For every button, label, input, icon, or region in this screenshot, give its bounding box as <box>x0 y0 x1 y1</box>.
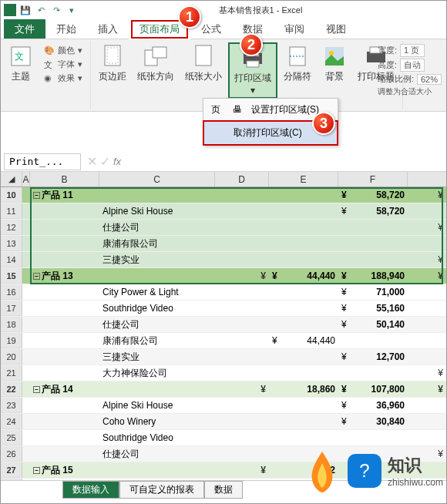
table-row[interactable]: 13康浦有限公司 <box>1 236 446 252</box>
table-row[interactable]: 11Alpine Ski House¥58,720 <box>1 203 446 220</box>
table-row[interactable]: 14三捷实业¥ <box>1 252 446 268</box>
row-header[interactable]: 23 <box>1 398 22 413</box>
table-row[interactable]: 18仕捷公司¥50,140 <box>1 317 446 333</box>
page-label: 页 <box>211 103 227 116</box>
column-headers: ◢ A B C D E F <box>1 172 446 187</box>
name-box[interactable]: Print_... <box>4 153 81 170</box>
tab-review[interactable]: 审阅 <box>274 19 315 39</box>
window-title: 基本销售报表1 - Excel <box>78 5 443 16</box>
cancel-icon[interactable]: ✕ <box>87 154 97 169</box>
table-row[interactable]: 22−产品 14¥18,860¥107,800¥ <box>1 381 446 398</box>
tab-view[interactable]: 视图 <box>315 19 357 39</box>
row-header[interactable]: 18 <box>1 317 22 332</box>
formula-bar-row: Print_... ✕ ✓ fx <box>1 152 446 172</box>
sheet-tab-2[interactable]: 可自定义的报表 <box>119 481 204 499</box>
worksheet-grid[interactable]: ◢ A B C D E F 10−产品 11¥58,720¥11Alpine S… <box>1 172 446 495</box>
svg-rect-6 <box>196 45 211 66</box>
table-row[interactable]: 24Coho Winery¥30,840 <box>1 414 446 430</box>
themes-button[interactable]: 文 主题 <box>4 42 38 86</box>
table-row[interactable]: 21大力神保险公司¥ <box>1 365 446 381</box>
size-button[interactable]: 纸张大小 <box>180 42 227 99</box>
flame-icon <box>303 448 341 494</box>
outline-toggle[interactable]: − <box>33 386 40 393</box>
row-header[interactable]: 26 <box>1 446 22 462</box>
col-e[interactable]: E <box>269 172 338 186</box>
chevron-down-icon: ▾ <box>250 85 255 96</box>
outline-toggle[interactable]: − <box>33 273 40 280</box>
qat-dropdown-icon[interactable]: ▾ <box>66 4 78 16</box>
orientation-button[interactable]: 纸张方向 <box>133 42 179 99</box>
tab-home[interactable]: 开始 <box>45 19 87 39</box>
brand-url: zhishiwu.com <box>388 477 443 488</box>
row-header[interactable]: 12 <box>1 220 22 235</box>
table-row[interactable]: 10−产品 11¥58,720¥ <box>1 187 446 203</box>
quick-access-toolbar: 💾 ↶ ↷ ▾ <box>19 4 78 16</box>
svg-text:文: 文 <box>15 51 24 62</box>
row-header[interactable]: 22 <box>1 381 22 397</box>
svg-rect-5 <box>153 47 166 58</box>
col-a[interactable]: A <box>22 172 30 186</box>
select-all[interactable]: ◢ <box>1 172 22 186</box>
col-c[interactable]: C <box>99 172 215 186</box>
breaks-button[interactable]: 分隔符 <box>279 42 316 99</box>
fit-label: 调整为合适大小 <box>378 86 432 97</box>
row-header[interactable]: 13 <box>1 236 22 251</box>
margins-button[interactable]: 页边距 <box>94 42 131 99</box>
scale-group: 宽度:1 页 高度:自动 缩放比例:62% 调整为合适大小 <box>378 44 442 97</box>
table-row[interactable]: 20三捷实业¥12,700 <box>1 349 446 365</box>
table-row[interactable]: 17Southridge Video¥55,160 <box>1 301 446 317</box>
row-header[interactable]: 24 <box>1 414 22 429</box>
title-bar: 💾 ↶ ↷ ▾ 基本销售报表1 - Excel <box>1 1 446 19</box>
row-header[interactable]: 20 <box>1 349 22 365</box>
excel-icon <box>4 4 16 16</box>
col-d[interactable]: D <box>215 172 269 186</box>
row-header[interactable]: 27 <box>1 462 22 478</box>
col-f[interactable]: F <box>338 172 408 186</box>
table-row[interactable]: 19康浦有限公司¥44,440 <box>1 333 446 349</box>
row-header[interactable]: 10 <box>1 187 22 203</box>
row-header[interactable]: 25 <box>1 430 22 445</box>
callout-1: 1 <box>178 5 201 29</box>
outline-toggle[interactable]: − <box>33 467 40 474</box>
table-row[interactable]: 16City Power & Light¥71,000 <box>1 284 446 301</box>
sheet-tab-3[interactable]: 数据 <box>204 481 243 499</box>
redo-icon[interactable]: ↷ <box>50 4 62 16</box>
callout-2: 2 <box>240 33 263 56</box>
save-icon[interactable]: 💾 <box>19 4 32 16</box>
background-button[interactable]: 背景 <box>318 42 351 99</box>
tab-file[interactable]: 文件 <box>4 19 45 39</box>
fx-icon[interactable]: fx <box>113 156 121 167</box>
outline-toggle[interactable]: − <box>33 192 40 199</box>
row-header[interactable]: 14 <box>1 252 22 267</box>
table-row[interactable]: 25Southridge Video <box>1 430 446 446</box>
themes-label: 主题 <box>12 70 30 83</box>
tab-insert[interactable]: 插入 <box>87 19 129 39</box>
row-header[interactable]: 11 <box>1 203 22 219</box>
undo-icon[interactable]: ↶ <box>35 4 47 16</box>
width-select[interactable]: 1 页 <box>400 44 425 57</box>
svg-rect-9 <box>247 61 259 67</box>
height-select[interactable]: 自动 <box>400 59 425 72</box>
ribbon-tabs: 文件 开始 插入 页面布局 公式 数据 审阅 视图 <box>1 19 446 39</box>
row-header[interactable]: 17 <box>1 301 22 316</box>
col-b[interactable]: B <box>30 172 99 186</box>
table-row[interactable]: 12仕捷公司¥ <box>1 220 446 236</box>
table-row[interactable]: 23Alpine Ski House¥36,960 <box>1 398 446 414</box>
printer-icon: 🖶 <box>233 104 245 116</box>
row-header[interactable]: 15 <box>1 268 22 284</box>
sheet-tab-1[interactable]: 数据输入 <box>62 481 119 499</box>
brand-text: 知识 <box>388 454 443 477</box>
row-header[interactable]: 21 <box>1 365 22 381</box>
table-row[interactable]: 15−产品 13¥¥44,440¥188,940¥ <box>1 268 446 284</box>
watermark: ? 知识 zhishiwu.com <box>303 448 443 494</box>
row-header[interactable]: 16 <box>1 284 22 300</box>
row-header[interactable]: 19 <box>1 333 22 348</box>
group-themes: 文 主题 🎨颜色▾ 文字体▾ ◉效果▾ <box>1 41 91 109</box>
callout-3: 3 <box>312 112 335 135</box>
effects-button[interactable]: ◉效果▾ <box>41 72 86 85</box>
scale-input[interactable]: 62% <box>417 74 442 85</box>
colors-button[interactable]: 🎨颜色▾ <box>41 44 86 57</box>
fonts-button[interactable]: 文字体▾ <box>41 58 86 71</box>
question-badge: ? <box>348 454 381 488</box>
enter-icon[interactable]: ✓ <box>100 154 110 169</box>
